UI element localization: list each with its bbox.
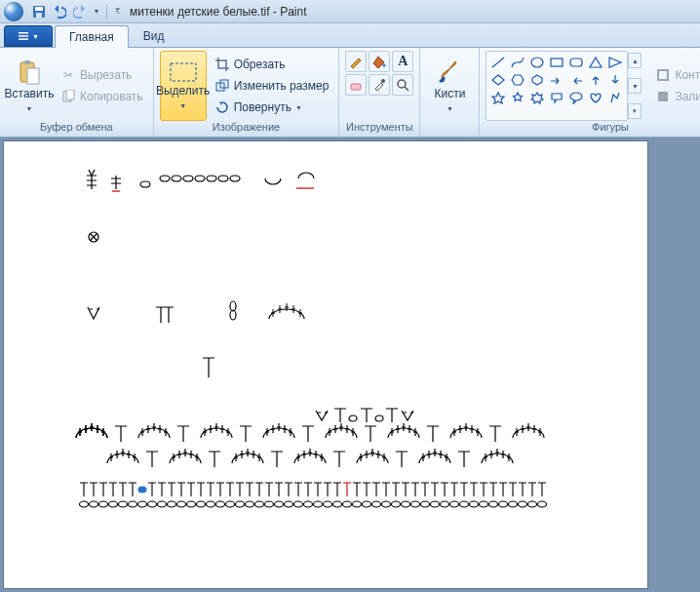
- svg-point-59: [285, 501, 293, 507]
- svg-point-43: [129, 501, 137, 507]
- file-menu-button[interactable]: ▼: [4, 25, 53, 47]
- svg-point-25: [160, 176, 170, 181]
- canvas[interactable]: [4, 141, 647, 588]
- copy-label: Копировать: [80, 90, 143, 103]
- save-icon[interactable]: [30, 3, 48, 20]
- outline-label: Контур: [675, 68, 700, 82]
- brushes-button[interactable]: Кисти▼: [426, 51, 473, 121]
- svg-point-38: [80, 501, 89, 507]
- resize-button[interactable]: Изменить размер: [211, 76, 333, 96]
- picker-tool[interactable]: [369, 74, 390, 96]
- scroll-down-icon[interactable]: ▼: [628, 78, 642, 94]
- group-tools: A Инструменты: [339, 48, 420, 137]
- group-clipboard-label: Буфер обмена: [6, 121, 147, 137]
- svg-point-83: [519, 501, 527, 507]
- paste-button[interactable]: Вставить▼: [6, 51, 53, 121]
- pencil-tool[interactable]: [345, 51, 367, 72]
- svg-point-62: [314, 501, 323, 507]
- svg-rect-11: [171, 63, 196, 81]
- svg-point-50: [197, 501, 206, 507]
- fill-tool[interactable]: [369, 51, 390, 72]
- svg-point-56: [255, 501, 264, 507]
- svg-point-41: [109, 501, 118, 507]
- svg-point-42: [119, 501, 128, 507]
- svg-point-72: [411, 501, 420, 507]
- rotate-icon: [214, 99, 230, 115]
- scroll-up-icon[interactable]: ▲: [628, 53, 642, 68]
- shapes-gallery[interactable]: [486, 51, 628, 121]
- svg-rect-19: [551, 59, 563, 66]
- svg-rect-7: [24, 60, 30, 64]
- svg-point-74: [431, 501, 440, 507]
- paint-orb-icon[interactable]: [4, 2, 23, 21]
- svg-point-73: [421, 501, 430, 507]
- svg-point-40: [99, 501, 108, 507]
- svg-point-29: [207, 176, 216, 181]
- svg-point-18: [531, 58, 543, 67]
- fill-button[interactable]: Заливка ▼: [651, 87, 700, 106]
- resize-label: Изменить размер: [234, 79, 330, 93]
- text-tool[interactable]: A: [392, 51, 413, 72]
- rotate-label: Повернуть: [234, 100, 292, 114]
- shapes-scroll[interactable]: ▲ ▼ ▾: [628, 51, 642, 121]
- svg-point-51: [207, 501, 215, 507]
- svg-point-85: [538, 501, 547, 507]
- svg-point-64: [333, 501, 342, 507]
- svg-point-79: [480, 501, 488, 507]
- window-title: митенки детские белые.tif - Paint: [130, 5, 307, 19]
- qat-more-icon[interactable]: ₹: [112, 7, 122, 16]
- magnify-tool[interactable]: [392, 74, 413, 96]
- scroll-more-icon[interactable]: ▾: [628, 103, 642, 119]
- svg-point-36: [375, 415, 383, 421]
- redo-icon[interactable]: [71, 3, 89, 20]
- svg-point-53: [226, 501, 235, 507]
- svg-rect-1: [35, 7, 43, 11]
- copy-button[interactable]: Копировать: [57, 87, 147, 106]
- outline-icon: [655, 67, 671, 83]
- paste-label: Вставить: [5, 87, 55, 100]
- svg-point-67: [363, 501, 371, 507]
- svg-rect-10: [66, 90, 74, 99]
- brushes-label: Кисти: [434, 87, 465, 100]
- group-shapes: ▲ ▼ ▾ Контур ▼ Заливка ▼ Фигуры: [480, 48, 700, 137]
- workspace: [0, 138, 700, 592]
- svg-point-28: [195, 176, 205, 181]
- qat-customize-icon[interactable]: ▾: [92, 7, 101, 16]
- svg-point-17: [398, 80, 406, 88]
- crop-button[interactable]: Обрезать: [211, 55, 333, 74]
- svg-point-69: [382, 501, 391, 507]
- group-image: Выделить▼ Обрезать Изменить размер Повер…: [154, 48, 340, 137]
- svg-point-76: [450, 501, 459, 507]
- svg-point-82: [509, 501, 518, 507]
- tab-home[interactable]: Главная: [55, 25, 129, 48]
- svg-rect-23: [658, 92, 668, 101]
- tab-view-label: Вид: [143, 29, 165, 43]
- svg-rect-8: [27, 68, 39, 84]
- svg-point-60: [294, 501, 303, 507]
- outline-button[interactable]: Контур ▼: [651, 65, 700, 85]
- svg-rect-20: [570, 59, 582, 66]
- svg-point-26: [172, 176, 181, 181]
- svg-point-81: [499, 501, 508, 507]
- svg-point-71: [402, 501, 410, 507]
- fill-label: Заливка: [675, 90, 700, 103]
- svg-point-84: [528, 501, 537, 507]
- scissors-icon: ✂: [60, 67, 76, 83]
- fillshape-icon: [655, 89, 671, 104]
- undo-icon[interactable]: [51, 3, 68, 20]
- tab-view[interactable]: Вид: [129, 24, 179, 47]
- eraser-tool[interactable]: [345, 74, 367, 96]
- svg-point-66: [353, 501, 362, 507]
- cut-button[interactable]: ✂Вырезать: [57, 65, 147, 85]
- svg-point-45: [148, 501, 157, 507]
- rotate-button[interactable]: Повернуть ▼: [211, 98, 333, 117]
- svg-rect-2: [36, 13, 42, 18]
- svg-point-37: [138, 487, 146, 493]
- svg-point-44: [138, 501, 147, 507]
- select-button[interactable]: Выделить▼: [160, 51, 207, 121]
- copy-icon: [60, 89, 76, 104]
- svg-point-27: [183, 176, 193, 181]
- group-clipboard: Вставить▼ ✂Вырезать Копировать Буфер обм…: [0, 48, 154, 137]
- svg-point-70: [392, 501, 401, 507]
- svg-rect-4: [19, 35, 28, 37]
